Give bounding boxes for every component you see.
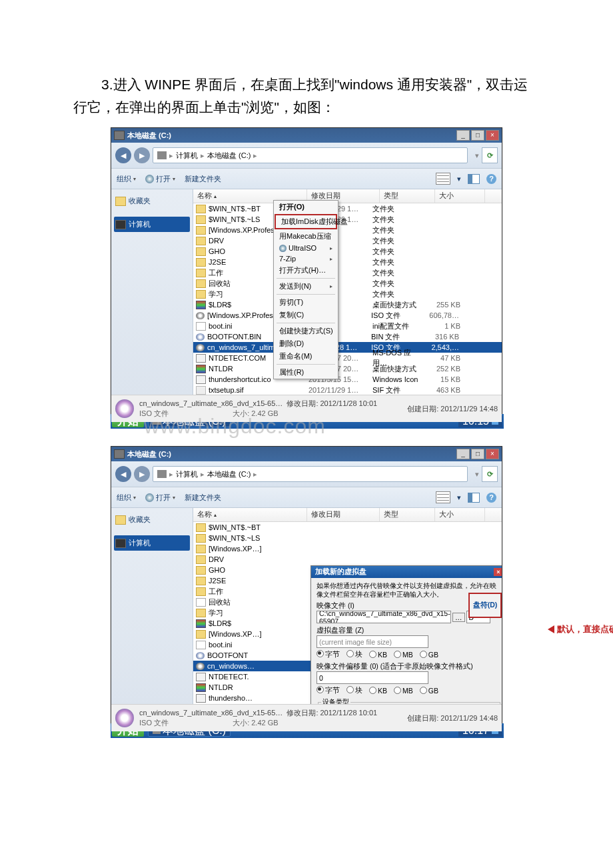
screenshot-2: 本地磁盘 (C:) _ □ × ◀ ▶ ▸ 计算机 ▸ 本地磁盘 (C:) ▸ <box>111 446 540 738</box>
file-name: boot.ini <box>209 641 308 649</box>
dropdown-icon[interactable]: ▾ <box>475 470 479 479</box>
radio-mb2[interactable] <box>394 687 401 694</box>
file-type: ini配置文件 <box>372 321 419 331</box>
dialog-close-button[interactable]: × <box>494 568 502 576</box>
nav-forward-button[interactable]: ▶ <box>134 147 150 163</box>
radio-gb[interactable] <box>420 651 427 658</box>
offset-input[interactable]: 0 <box>316 671 428 684</box>
iso-icon <box>115 709 134 727</box>
file-row[interactable]: txtsetup.sif2012/11/29 1…SIF 文件463 KB <box>193 385 502 395</box>
toolbar: 组织▾ 打开▾ 新建文件夹 ▾ ? <box>111 487 502 508</box>
drive-letter-button[interactable]: 盘符(D) <box>468 593 502 618</box>
help-icon[interactable]: ? <box>486 493 496 503</box>
ctx-imdisk[interactable]: 加载ImDisk虚拟磁盘 <box>276 215 336 228</box>
pane-icon[interactable] <box>468 174 480 184</box>
nav-computer[interactable]: 计算机 <box>114 217 190 232</box>
maximize-button[interactable]: □ <box>471 449 484 459</box>
file-row[interactable]: DRV文件夹 <box>193 235 502 246</box>
organize-button[interactable]: 组织▾ <box>117 493 136 503</box>
address-bar: ◀ ▶ ▸ 计算机 ▸ 本地磁盘 (C:) ▸ ▾ ⟳ <box>111 143 502 169</box>
file-row[interactable]: $WIN_NT$.~LS <box>193 533 502 543</box>
content-pane: 名称 ▴ 修改日期 类型 大小 $WIN_NT$.~BT$WIN_NT$.~LS… <box>193 508 502 704</box>
file-row[interactable]: $WIN_NT$.~BT <box>193 522 502 533</box>
open-button[interactable]: 打开▾ <box>145 493 175 503</box>
ctx-properties[interactable]: 属性(R) <box>274 366 338 379</box>
column-headers: 名称 ▴ 修改日期 类型 大小 <box>193 508 502 522</box>
nav-back-button[interactable]: ◀ <box>115 466 131 482</box>
radio-blocks[interactable] <box>346 650 354 657</box>
open-button[interactable]: 打开▾ <box>145 174 175 184</box>
organize-button[interactable]: 组织▾ <box>117 174 136 184</box>
file-row[interactable]: cn_windows_7_ultimate_x86_dvd_x15-…2012/… <box>193 342 502 353</box>
nav-forward-button[interactable]: ▶ <box>134 466 150 482</box>
size-unit-radios: 字节 块 KB MB GB <box>316 649 502 659</box>
radio-gb2[interactable] <box>420 687 427 694</box>
file-row[interactable]: $LDR$…桌面快捷方式255 KB <box>193 299 502 310</box>
breadcrumb[interactable]: ▸ 计算机 ▸ 本地磁盘 (C:) ▸ <box>153 466 468 482</box>
file-row[interactable]: DRV <box>193 554 502 565</box>
callout-arrow: 默认，直接点确定 <box>548 623 613 635</box>
image-file-browse-dots[interactable]: … <box>452 613 465 622</box>
file-row[interactable]: thundershortcut.ico2011/5/15 15…Windows … <box>193 374 502 385</box>
file-row[interactable]: BOOTFONT.BIN…BIN 文件316 KB <box>193 331 502 342</box>
ctx-delete[interactable]: 删除(D) <box>274 337 338 350</box>
explorer-body: 收藏夹 计算机 名称 ▴ 修改日期 类型 大小 <box>111 189 502 395</box>
ctx-rename[interactable]: 重命名(M) <box>274 350 338 363</box>
dropdown-icon[interactable]: ▾ <box>475 151 479 160</box>
file-row[interactable]: $WIN_NT$.~BT2012/11/29 1…文件夹 <box>193 203 502 214</box>
ctx-open[interactable]: 打开(O) <box>274 201 338 213</box>
file-row[interactable]: NTLDR2004/8/17 20…桌面快捷方式252 KB <box>193 363 502 374</box>
ctx-makecab[interactable]: 用Makecab压缩 <box>274 230 338 243</box>
file-row[interactable]: NTDETECT.COM2004/8/17 20…MS-DOS 应用…47 KB <box>193 353 502 363</box>
help-icon[interactable]: ? <box>486 174 496 184</box>
toolbar: 组织▾ 打开▾ 新建文件夹 ▾ ? <box>111 169 502 189</box>
ctx-cut[interactable]: 剪切(T) <box>274 296 338 309</box>
file-type: 文件夹 <box>372 268 419 278</box>
refresh-button[interactable]: ⟳ <box>482 147 498 163</box>
ctx-copy[interactable]: 复制(C) <box>274 309 338 321</box>
file-icon <box>196 226 206 235</box>
radio-bytes2[interactable] <box>316 686 324 693</box>
pane-icon[interactable] <box>468 493 480 503</box>
ctx-7zip[interactable]: 7-Zip▸ <box>274 253 338 264</box>
ctx-openwith[interactable]: 打开方式(H)… <box>274 264 338 277</box>
nav-favorites[interactable]: 收藏夹 <box>114 193 190 209</box>
file-row[interactable]: boot.ini…ini配置文件1 KB <box>193 321 502 331</box>
view-icon[interactable] <box>436 491 450 503</box>
file-row[interactable]: J2SE…文件夹 <box>193 257 502 267</box>
ctx-shortcut[interactable]: 创建快捷方式(S) <box>274 325 338 337</box>
minimize-button[interactable]: _ <box>456 449 470 459</box>
size-input[interactable]: (current image file size) <box>316 635 428 648</box>
size-label: 虚拟盘容量 (Z) <box>316 626 502 635</box>
ctx-sendto[interactable]: 发送到(N)▸ <box>274 280 338 293</box>
ctx-ultraiso[interactable]: UltraISO▸ <box>274 243 338 253</box>
status-bar: cn_windows_7_ultimate_x86_dvd_x15-65… 修改… <box>111 395 502 422</box>
file-name: DRV <box>209 555 308 563</box>
minimize-button[interactable]: _ <box>456 130 470 141</box>
file-type: 文件夹 <box>372 257 419 267</box>
file-row[interactable]: 工作…文件夹 <box>193 267 502 278</box>
nav-computer[interactable]: 计算机 <box>114 535 190 551</box>
new-folder-button[interactable]: 新建文件夹 <box>185 493 221 503</box>
file-row[interactable]: GHO…文件夹 <box>193 246 502 257</box>
file-row[interactable]: [Windows.XP…] <box>193 543 502 554</box>
file-row[interactable]: [Windows.XP.Professional]…ISO 文件606,78… <box>193 310 502 321</box>
breadcrumb[interactable]: ▸ 计算机 ▸ 本地磁盘 (C:) ▸ <box>153 147 468 163</box>
nav-favorites[interactable]: 收藏夹 <box>114 512 190 527</box>
new-folder-button[interactable]: 新建文件夹 <box>185 174 221 184</box>
refresh-button[interactable]: ⟳ <box>482 466 498 482</box>
file-row[interactable]: 学习文件夹 <box>193 289 502 299</box>
close-button[interactable]: × <box>486 130 499 141</box>
view-icon[interactable] <box>436 173 450 185</box>
radio-kb2[interactable] <box>369 687 376 694</box>
maximize-button[interactable]: □ <box>471 130 484 141</box>
folder-icon <box>115 515 126 525</box>
radio-blocks2[interactable] <box>346 686 354 693</box>
image-file-input[interactable]: C:\cn_windows_7_ultimate_x86_dvd_x15-659… <box>316 611 451 623</box>
file-row[interactable]: 回收站…文件夹 <box>193 278 502 289</box>
nav-back-button[interactable]: ◀ <box>115 147 131 163</box>
radio-bytes[interactable] <box>316 650 324 657</box>
radio-kb[interactable] <box>369 651 376 658</box>
close-button[interactable]: × <box>486 449 499 459</box>
radio-mb[interactable] <box>394 651 401 658</box>
